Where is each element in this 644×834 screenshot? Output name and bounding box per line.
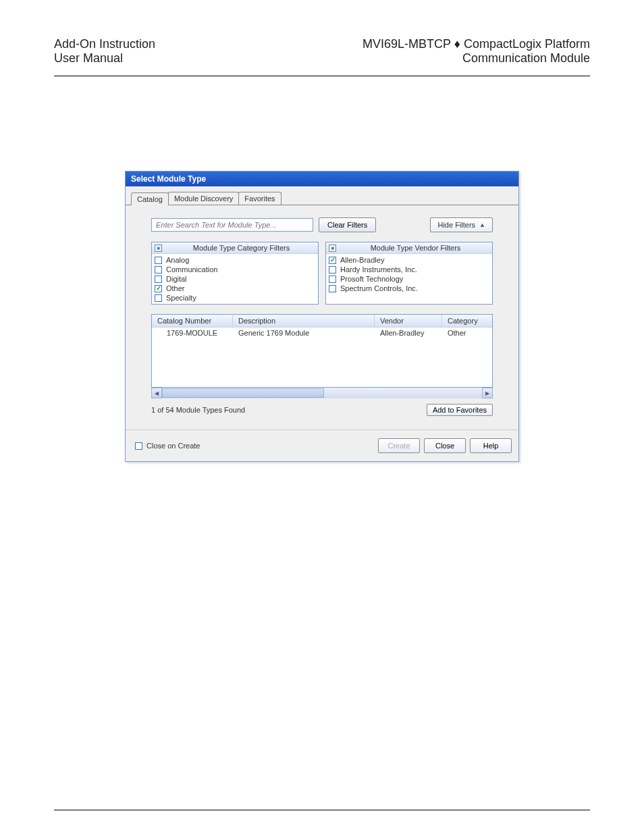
status-text: 1 of 54 Module Types Found bbox=[151, 406, 245, 414]
category-filters-box: Module Type Category Filters Analog Comm… bbox=[151, 242, 319, 305]
doc-title-line1: Add-On Instruction bbox=[54, 37, 155, 51]
add-to-favorites-button[interactable]: Add to Favorites bbox=[427, 404, 493, 416]
cell-description: Generic 1769 Module bbox=[233, 328, 375, 338]
col-vendor[interactable]: Vendor bbox=[375, 315, 442, 327]
tab-catalog[interactable]: Catalog bbox=[131, 192, 169, 205]
category-label: Analog bbox=[166, 256, 189, 264]
hide-filters-button[interactable]: Hide Filters ▲ bbox=[430, 217, 493, 232]
col-category[interactable]: Category bbox=[442, 315, 492, 327]
dialog-title: Select Module Type bbox=[126, 172, 518, 186]
search-input[interactable] bbox=[151, 218, 313, 232]
table-row[interactable]: 1769-MODULE Generic 1769 Module Allen-Br… bbox=[152, 328, 492, 338]
tab-module-discovery[interactable]: Module Discovery bbox=[168, 192, 239, 205]
vendor-filters-box: Module Type Vendor Filters Allen-Bradley… bbox=[325, 242, 493, 305]
category-filters-title: Module Type Category Filters bbox=[165, 244, 318, 252]
tab-favorites[interactable]: Favorites bbox=[238, 192, 281, 205]
category-tristate-checkbox[interactable] bbox=[155, 244, 162, 252]
vendor-label: Hardy Instruments, Inc. bbox=[340, 265, 417, 273]
cell-catalog: 1769-MODULE bbox=[152, 328, 233, 338]
hide-filters-label: Hide Filters bbox=[437, 221, 475, 229]
cell-vendor: Allen-Bradley bbox=[375, 328, 442, 338]
category-label: Other bbox=[166, 284, 185, 292]
category-checkbox-digital[interactable] bbox=[155, 276, 162, 283]
horizontal-scrollbar[interactable]: ◀ ▶ bbox=[151, 388, 493, 398]
chevron-up-icon: ▲ bbox=[479, 221, 485, 228]
help-button[interactable]: Help bbox=[470, 438, 512, 453]
vendor-filters-title: Module Type Vendor Filters bbox=[339, 244, 492, 252]
col-catalog-number[interactable]: Catalog Number bbox=[152, 315, 233, 327]
category-label: Specialty bbox=[166, 294, 196, 302]
doc-product-line1: MVI69L-MBTCP ♦ CompactLogix Platform bbox=[363, 37, 590, 51]
scroll-left-icon[interactable]: ◀ bbox=[151, 388, 162, 398]
vendor-checkbox-allen-bradley[interactable] bbox=[329, 257, 336, 264]
category-checkbox-communication[interactable] bbox=[155, 266, 162, 273]
clear-filters-button[interactable]: Clear Filters bbox=[319, 217, 376, 232]
vendor-checkbox-prosoft[interactable] bbox=[329, 276, 336, 283]
select-module-type-dialog: Select Module Type Catalog Module Discov… bbox=[125, 171, 519, 462]
scrollbar-thumb[interactable] bbox=[162, 388, 324, 398]
category-checkbox-specialty[interactable] bbox=[155, 294, 162, 302]
close-on-create-label: Close on Create bbox=[146, 442, 200, 450]
category-checkbox-other[interactable] bbox=[155, 285, 162, 292]
category-checkbox-analog[interactable] bbox=[155, 257, 162, 264]
col-description[interactable]: Description bbox=[233, 315, 375, 327]
vendor-checkbox-hardy[interactable] bbox=[329, 266, 336, 273]
vendor-tristate-checkbox[interactable] bbox=[329, 244, 336, 252]
category-label: Communication bbox=[166, 265, 217, 273]
doc-product-line2: Communication Module bbox=[363, 51, 590, 66]
cell-category: Other bbox=[442, 328, 492, 338]
create-button[interactable]: Create bbox=[378, 438, 420, 453]
close-on-create-checkbox[interactable] bbox=[135, 442, 142, 450]
vendor-label: Allen-Bradley bbox=[340, 256, 384, 264]
module-grid: Catalog Number Description Vendor Catego… bbox=[151, 314, 493, 388]
close-button[interactable]: Close bbox=[424, 438, 466, 453]
category-label: Digital bbox=[166, 275, 187, 283]
doc-title-line2: User Manual bbox=[54, 51, 155, 66]
vendor-label: Prosoft Technology bbox=[340, 275, 403, 283]
vendor-checkbox-spectrum[interactable] bbox=[329, 285, 336, 292]
vendor-label: Spectrum Controls, Inc. bbox=[340, 284, 418, 292]
scroll-right-icon[interactable]: ▶ bbox=[482, 388, 493, 398]
